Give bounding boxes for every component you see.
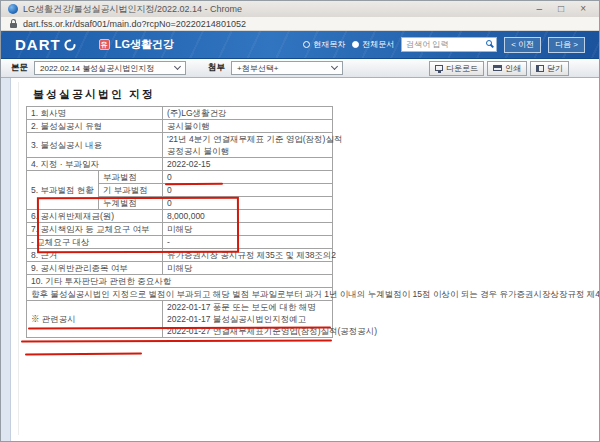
radio-checked-icon [352,41,359,48]
related-disclosures: 2022-01-17 풍문 또는 보도에 대한 해명 2022-01-17 불성… [163,301,333,338]
row-label: 2. 불성실공시 유형 [27,120,163,133]
row-label: 5. 부과벌점 현황 [27,171,99,210]
sub-row-label: 기 부과벌점 [99,184,163,197]
download-icon [435,65,443,71]
attach-select-value: +첨부선택+ [237,63,278,74]
other-important-text: 향후 불성실공시법인 지정으로 벌점이 부과되고 해당 벌점 부과일로부터 과거… [27,288,333,301]
document-title: 불성실공시법인 지정 [33,87,155,102]
kospi-badge: 유 [99,39,110,50]
table-row-content: 3. 불성실공시 내용 '21년 4분기 연결재무제표 기준 영업(잠정)실적 … [27,133,333,158]
toolbar-buttons: 다운로드 인쇄 닫기 [429,61,589,76]
radio-current-toc[interactable]: 현재목차 [303,39,345,50]
download-button-label: 다운로드 [446,63,478,74]
row-label: - 교체요구 대상 [27,236,163,249]
row-label: 1. 회사명 [27,107,163,120]
row-label: 10. 기타 투자판단과 관련한 중요사항 [27,275,333,288]
company-header: 유 LG생활건강 [99,37,174,52]
row-label: 8. 근거 [27,249,163,262]
ssl-lock-icon [10,23,17,28]
close-document-button[interactable]: 닫기 [530,61,569,76]
body-select-label: 본문 [11,62,28,74]
row-value: 미해당 [163,262,333,275]
content-line-1: '21년 4분기 연결재무제표 기준 영업(잠정)실적 [167,133,328,145]
attach-select[interactable]: +첨부선택+ [231,61,343,75]
table-row-replace-target: - 교체요구 대상 - [27,236,333,249]
viewer-left-margin [1,78,11,442]
printer-icon [493,65,502,71]
table-row-other-text: 향후 불성실공시법인 지정으로 벌점이 부과되고 해당 벌점 부과일로부터 과거… [27,288,333,301]
radio-current-toc-label: 현재목차 [313,39,345,50]
search-input[interactable] [401,37,497,52]
table-row-managed: 9. 공시위반관리종목 여부 미해당 [27,262,333,275]
related-item: 2022-01-17 풍문 또는 보도에 대한 해명 [167,301,328,313]
dart-swoosh-icon [63,38,77,52]
table-row-other-header: 10. 기타 투자판단과 관련한 중요사항 [27,275,333,288]
sub-row-value: 0 [163,171,333,184]
chevron-down-icon [331,63,338,70]
sub-row-label: 부과벌점 [99,171,163,184]
document-toolbar: 본문 2022.02.14 불성실공시법인지정 첨부 +첨부선택+ 다운로드 인… [1,59,599,78]
disclosure-table: 1. 회사명 (주)LG생활건강 2. 불성실공시 유형 공시불이행 3. 불성… [26,106,333,338]
address-bar: dart.fss.or.kr/dsaf001/main.do?rcpNo=202… [1,17,599,31]
related-item: 2022-01-27 연결재무제표기준영업(잠정)실적(공정공시) [167,325,328,337]
previous-button[interactable]: < 이전 [504,37,541,53]
row-label: ※ 관련공시 [27,301,163,338]
table-row-date: 4. 지정 · 부과일자 2022-02-15 [27,158,333,171]
attach-select-label: 첨부 [208,62,225,74]
row-value: 유가증권시장 공시규정 제35조 및 제38조의2 [163,249,333,262]
dart-logo[interactable]: DART [15,36,77,53]
print-button-label: 인쇄 [505,63,521,74]
window-titlebar: LG생활건강/불성실공시법인지정/2022.02.14 - Chrome – □… [1,1,599,17]
next-button[interactable]: 다음 > [548,37,585,53]
row-value: 공시불이행 [163,120,333,133]
window-controls: – □ × [537,4,592,14]
table-row-type: 2. 불성실공시 유형 공시불이행 [27,120,333,133]
table-row-penalty-1: 5. 부과벌점 현황 부과벌점 0 [27,171,333,184]
close-button-label: 닫기 [547,63,563,74]
row-value: 미해당 [163,223,333,236]
download-button[interactable]: 다운로드 [429,61,484,76]
sub-row-value: 0 [163,184,333,197]
row-label: 9. 공시위반관리종목 여부 [27,262,163,275]
table-row-replace: 7. 공시책임자 등 교체요구 여부 미해당 [27,223,333,236]
row-label: 7. 공시책임자 등 교체요구 여부 [27,223,163,236]
body-select[interactable]: 2022.02.14 불성실공시법인지정 [34,61,186,75]
row-label: 3. 불성실공시 내용 [27,133,163,158]
dart-favicon-icon [8,4,18,14]
close-doc-icon [536,65,544,72]
row-value: (주)LG생활건강 [163,107,333,120]
table-row-related: ※ 관련공시 2022-01-17 풍문 또는 보도에 대한 해명 2022-0… [27,301,333,338]
related-item: 2022-01-17 불성실공시법인지정예고 [167,313,328,325]
row-value: 8,000,000 [163,210,333,223]
row-label: 4. 지정 · 부과일자 [27,158,163,171]
print-button[interactable]: 인쇄 [487,61,527,76]
table-row-company: 1. 회사명 (주)LG생활건강 [27,107,333,120]
company-name: LG생활건강 [115,37,174,52]
radio-full-document[interactable]: 전체문서 [352,39,394,50]
table-row-fine: 6. 공시위반제재금(원) 8,000,000 [27,210,333,223]
radio-unchecked-icon [303,41,310,48]
minimize-button[interactable]: – [537,4,543,14]
row-label: 6. 공시위반제재금(원) [27,210,163,223]
row-value: 2022-02-15 [163,158,333,171]
dart-header: DART 유 LG생활건강 현재목차 전체문서 < 이전 다음 > [1,31,599,59]
maximize-button[interactable]: □ [558,4,564,14]
header-tools: 현재목차 전체문서 < 이전 다음 > [303,37,585,53]
table-row-basis: 8. 근거 유가증권시장 공시규정 제35조 및 제38조의2 [27,249,333,262]
address-url[interactable]: dart.fss.or.kr/dsaf001/main.do?rcpNo=202… [23,19,246,29]
content-line-2: 공정공시 불이행 [167,145,328,157]
close-window-button[interactable]: × [580,4,586,14]
browser-window: LG생활건강/불성실공시법인지정/2022.02.14 - Chrome – □… [0,0,600,442]
window-title: LG생활건강/불성실공시법인지정/2022.02.14 - Chrome [23,3,242,16]
body-select-value: 2022.02.14 불성실공시법인지정 [40,63,154,74]
radio-full-document-label: 전체문서 [362,39,394,50]
dart-logo-text: DART [15,36,61,53]
row-value: - [163,236,333,249]
chevron-down-icon [174,63,181,70]
sub-row-value: 0 [163,197,333,210]
search-icon[interactable] [486,40,492,46]
document-viewer: 불성실공시법인 지정 1. 회사명 (주)LG생활건강 2. 불성실공시 유형 … [1,78,599,442]
search-box [401,37,497,52]
row-value: '21년 4분기 연결재무제표 기준 영업(잠정)실적 공정공시 불이행 [163,133,333,158]
sub-row-label: 누계벌점 [99,197,163,210]
